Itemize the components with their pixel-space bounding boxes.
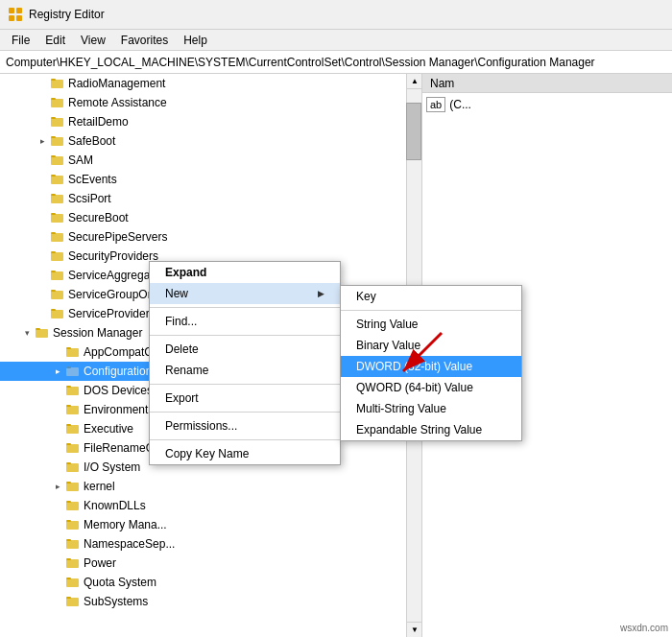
- svg-rect-7: [51, 99, 63, 107]
- svg-rect-13: [51, 156, 63, 165]
- folder-icon: [50, 211, 65, 224]
- folder-icon: [50, 134, 65, 148]
- tree-item-label: Environment: [84, 403, 148, 416]
- tree-item-power[interactable]: Power: [0, 554, 421, 573]
- menu-help[interactable]: Help: [176, 32, 215, 49]
- folder-icon: [65, 499, 81, 512]
- tree-item-subsystems[interactable]: SubSystems: [0, 592, 421, 611]
- svg-rect-54: [66, 539, 71, 541]
- expand-arrow: [35, 133, 50, 149]
- ctx-delete[interactable]: Delete: [150, 339, 340, 360]
- scrollbar-thumb[interactable]: [406, 103, 421, 160]
- tree-item-securepipeservers[interactable]: SecurePipeServers: [0, 227, 421, 247]
- tree-item-secureboot[interactable]: SecureBoot: [0, 208, 421, 227]
- expand-arrow: [35, 248, 50, 264]
- submenu-divider-1: [341, 310, 521, 311]
- expand-arrow: [50, 498, 65, 513]
- tree-item-kernel[interactable]: kernel: [0, 477, 421, 496]
- svg-rect-28: [51, 290, 56, 292]
- svg-rect-40: [66, 405, 71, 407]
- svg-rect-42: [66, 424, 71, 426]
- tree-item-memorymana[interactable]: Memory Mana...: [0, 515, 421, 534]
- ctx-find[interactable]: Find...: [150, 311, 340, 332]
- svg-rect-46: [66, 462, 71, 464]
- svg-rect-27: [51, 291, 63, 299]
- tree-item-label: Session Manager: [53, 326, 142, 340]
- expand-arrow: [50, 440, 65, 456]
- ctx-divider-5: [150, 439, 340, 440]
- svg-rect-31: [36, 329, 48, 338]
- expand-arrow: [50, 364, 65, 379]
- expand-arrow: [35, 153, 50, 168]
- tree-item-retaildemo[interactable]: RetailDemo: [0, 112, 421, 131]
- svg-rect-22: [51, 232, 56, 234]
- svg-rect-2: [9, 15, 14, 21]
- expand-arrow: [35, 268, 50, 283]
- ctx-export[interactable]: Export: [150, 388, 340, 409]
- tree-item-label: ServiceProvider: [68, 307, 150, 320]
- submenu-key[interactable]: Key: [341, 286, 521, 307]
- folder-icon: [65, 460, 81, 474]
- svg-rect-57: [66, 578, 79, 587]
- ctx-divider-1: [150, 307, 340, 308]
- tree-item-namespacesep[interactable]: NamespaceSep...: [0, 534, 421, 554]
- folder-icon: [50, 307, 65, 320]
- expand-arrow: [19, 325, 35, 341]
- folder-icon: [65, 441, 81, 455]
- tree-item-knowndlls[interactable]: KnownDLLs: [0, 496, 421, 515]
- submenu-multistringvalue[interactable]: Multi-String Value: [341, 398, 521, 419]
- context-menu[interactable]: Expand New ▶ Find... Delete Rename Expor…: [149, 261, 341, 465]
- expand-arrow: [35, 95, 50, 110]
- submenu[interactable]: Key String Value Binary Value DWORD (32-…: [340, 285, 522, 441]
- tree-item-label: KnownDLLs: [84, 499, 146, 512]
- svg-rect-51: [66, 521, 79, 530]
- tree-item-label: ScEvents: [68, 173, 117, 186]
- scrollbar-up-button[interactable]: ▲: [407, 74, 422, 89]
- scrollbar-down-button[interactable]: ▼: [407, 622, 422, 637]
- ctx-permissions[interactable]: Permissions...: [150, 415, 340, 436]
- tree-item-quotasystem[interactable]: Quota System: [0, 573, 421, 592]
- submenu-arrow-icon: ▶: [318, 289, 324, 298]
- svg-rect-55: [66, 559, 79, 568]
- tree-item-remoteassistance[interactable]: Remote Assistance: [0, 93, 421, 112]
- expand-arrow: [35, 210, 50, 225]
- col-name-header: Nam: [426, 77, 458, 90]
- folder-icon: [50, 269, 65, 282]
- tree-item-label: SecurePipeServers: [68, 230, 167, 244]
- ctx-expand[interactable]: Expand: [150, 262, 340, 283]
- tree-item-label: ScsiPort: [68, 192, 111, 205]
- tree-item-scevents[interactable]: ScEvents: [0, 170, 421, 189]
- menu-edit[interactable]: Edit: [37, 32, 73, 49]
- ctx-new[interactable]: New ▶: [150, 283, 340, 304]
- svg-rect-21: [51, 233, 63, 242]
- svg-rect-32: [36, 328, 40, 330]
- svg-rect-10: [51, 117, 56, 119]
- tree-item-scsiport[interactable]: ScsiPort: [0, 189, 421, 208]
- submenu-binaryvalue[interactable]: Binary Value: [341, 335, 521, 356]
- folder-icon: [65, 576, 81, 589]
- tree-item-sam[interactable]: SAM: [0, 151, 421, 170]
- app-icon: [8, 7, 23, 22]
- submenu-expandablestringvalue[interactable]: Expandable String Value: [341, 419, 521, 440]
- svg-rect-45: [66, 463, 79, 472]
- folder-icon: [65, 518, 81, 531]
- expand-arrow: [50, 536, 65, 552]
- submenu-qwordvalue[interactable]: QWORD (64-bit) Value: [341, 377, 521, 398]
- submenu-dwordvalue[interactable]: DWORD (32-bit) Value: [341, 356, 521, 377]
- submenu-stringvalue[interactable]: String Value: [341, 314, 521, 335]
- tree-item-label: DOS Devices: [84, 384, 153, 397]
- svg-rect-17: [51, 195, 63, 203]
- svg-rect-52: [66, 520, 71, 522]
- menu-view[interactable]: View: [73, 32, 113, 49]
- values-header: Nam: [422, 74, 672, 93]
- menu-favorites[interactable]: Favorites: [113, 32, 176, 49]
- expand-arrow: [50, 402, 65, 417]
- tree-item-radiomanagement[interactable]: RadioManagement: [0, 74, 421, 93]
- svg-rect-14: [51, 155, 56, 157]
- ctx-divider-3: [150, 384, 340, 385]
- tree-item-safeboot[interactable]: SafeBoot: [0, 131, 421, 151]
- value-type-label: (C...: [449, 98, 471, 111]
- ctx-copykeyname[interactable]: Copy Key Name: [150, 443, 340, 464]
- menu-file[interactable]: File: [4, 32, 37, 49]
- ctx-rename[interactable]: Rename: [150, 360, 340, 381]
